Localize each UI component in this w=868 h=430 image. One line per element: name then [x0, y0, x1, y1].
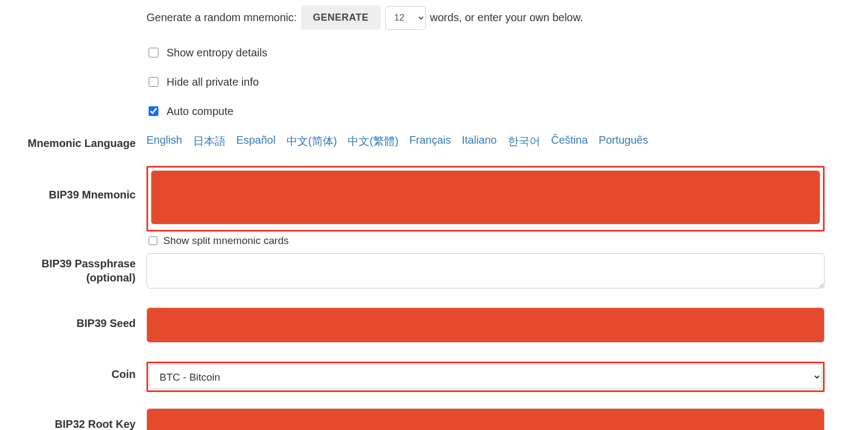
bip39-seed-input[interactable] — [146, 307, 825, 343]
bip39-seed-label: BIP39 Seed — [22, 307, 146, 330]
auto-compute-label[interactable]: Auto compute — [167, 105, 233, 118]
language-link[interactable]: 한국어 — [508, 134, 540, 149]
generate-prefix-text: Generate a random mnemonic: — [146, 11, 297, 24]
word-count-select[interactable]: 12 — [385, 6, 426, 30]
bip39-passphrase-input[interactable] — [146, 253, 825, 288]
mnemonic-language-label: Mnemonic Language — [22, 134, 146, 150]
mnemonic-highlight — [146, 166, 825, 232]
language-link[interactable]: Italiano — [462, 134, 497, 149]
split-cards-label[interactable]: Show split mnemonic cards — [163, 235, 289, 247]
hide-private-checkbox[interactable] — [149, 77, 158, 87]
coin-highlight: BTC - Bitcoin — [146, 362, 825, 392]
bip32-root-key-label: BIP32 Root Key — [22, 408, 146, 430]
show-entropy-checkbox[interactable] — [149, 48, 158, 57]
language-link[interactable]: English — [146, 134, 182, 149]
language-link[interactable]: Français — [410, 134, 451, 149]
coin-label: Coin — [22, 362, 146, 381]
language-link[interactable]: Español — [237, 134, 276, 149]
generate-suffix-text: words, or enter your own below. — [430, 11, 583, 24]
auto-compute-checkbox[interactable] — [149, 106, 158, 116]
language-link[interactable]: 中文(简体) — [286, 134, 337, 149]
language-list: English日本語Español中文(简体)中文(繁體)FrançaisIta… — [146, 134, 825, 149]
language-link[interactable]: 日本語 — [193, 134, 226, 149]
language-link[interactable]: Čeština — [551, 134, 588, 149]
split-cards-checkbox[interactable] — [149, 236, 157, 245]
generate-button[interactable]: GENERATE — [301, 5, 381, 30]
show-entropy-label[interactable]: Show entropy details — [167, 47, 267, 59]
hide-private-label[interactable]: Hide all private info — [167, 76, 259, 88]
language-link[interactable]: Português — [599, 134, 648, 149]
bip39-mnemonic-label: BIP39 Mnemonic — [22, 166, 146, 201]
coin-select[interactable]: BTC - Bitcoin — [149, 364, 822, 389]
bip39-mnemonic-input[interactable] — [151, 170, 820, 224]
bip32-root-key-input[interactable] — [146, 408, 825, 430]
language-link[interactable]: 中文(繁體) — [348, 134, 398, 149]
bip39-passphrase-label: BIP39 Passphrase (optional) — [22, 253, 146, 285]
generate-row: Generate a random mnemonic: GENERATE 12 … — [146, 5, 825, 30]
